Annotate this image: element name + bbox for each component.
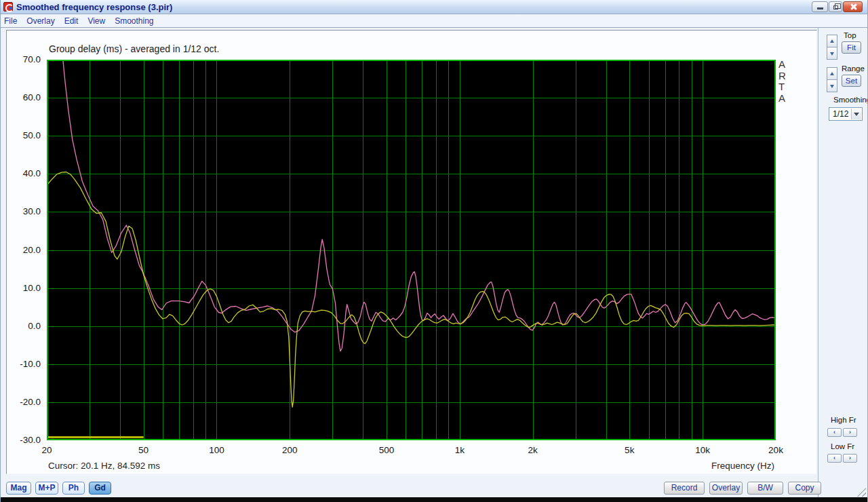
- x-tick-label: 10k: [695, 445, 710, 455]
- minimize-icon: [817, 7, 823, 9]
- menu-file[interactable]: File: [4, 16, 17, 26]
- top-spin-down-button[interactable]: [827, 47, 837, 60]
- set-button[interactable]: Set: [842, 75, 861, 87]
- group-delay-magenta: [63, 60, 776, 351]
- menu-overlay[interactable]: Overlay: [26, 16, 54, 26]
- smoothing-value: 1/12: [833, 109, 848, 119]
- range-label: Range: [842, 64, 865, 73]
- fit-button[interactable]: Fit: [842, 41, 861, 54]
- y-tick-label: 30.0: [23, 206, 41, 216]
- titlebar[interactable]: Smoothed frequency response (3.pir): [1, 0, 867, 14]
- plot-area[interactable]: [47, 60, 776, 440]
- action-toolbar: Record Overlay B/W Copy: [664, 482, 821, 495]
- close-icon: [849, 3, 856, 11]
- arta-watermark: ARTA: [778, 59, 786, 104]
- x-axis-labels: 20501002005001k2k5k10k20k: [47, 445, 776, 457]
- y-tick-label: 40.0: [23, 168, 41, 178]
- arta-window: Smoothed frequency response (3.pir) File…: [0, 0, 868, 502]
- restore-icon: [833, 5, 838, 9]
- range-spin-up-button[interactable]: [827, 67, 837, 80]
- chart-title: Group delay (ms) - averaged in 1/12 oct.: [49, 43, 219, 54]
- x-axis-title: Frequency (Hz): [711, 461, 774, 471]
- x-tick-label: 100: [209, 445, 224, 455]
- x-tick-label: 2k: [528, 445, 538, 455]
- mp-button[interactable]: M+P: [35, 482, 58, 495]
- x-tick-label: 1k: [455, 445, 465, 455]
- y-tick-label: 50.0: [23, 130, 41, 140]
- y-tick-label: 0.0: [28, 321, 41, 331]
- x-tick-label: 50: [138, 445, 149, 455]
- close-button[interactable]: [843, 1, 863, 12]
- low-fr-next-button[interactable]: [843, 454, 857, 463]
- bw-button[interactable]: B/W: [747, 482, 783, 495]
- top-spin-up-button[interactable]: [827, 35, 837, 47]
- overlay-button[interactable]: Overlay: [709, 482, 743, 495]
- watermark-letter: R: [778, 71, 786, 82]
- record-button[interactable]: Record: [664, 482, 705, 495]
- y-tick-label: 60.0: [23, 92, 41, 102]
- view-mode-toolbar: Mag M+P Ph Gd: [6, 482, 111, 495]
- y-tick-label: 10.0: [23, 283, 41, 293]
- y-tick-label: -10.0: [20, 359, 41, 369]
- x-tick-label: 20: [41, 445, 52, 455]
- panel-divider: [818, 28, 818, 497]
- chevron-down-icon[interactable]: [851, 109, 861, 119]
- y-tick-label: -20.0: [20, 397, 41, 407]
- menu-smoothing[interactable]: Smoothing: [115, 16, 153, 26]
- smoothing-label: Smoothing: [833, 96, 868, 104]
- range-spin-down-button[interactable]: [827, 79, 837, 92]
- x-tick-label: 20k: [768, 445, 783, 455]
- window-title: Smoothed frequency response (3.pir): [16, 2, 172, 12]
- y-axis-labels: 70.060.050.040.030.020.010.00.0-10.0-20.…: [1, 60, 43, 440]
- high-fr-next-button[interactable]: [843, 428, 857, 437]
- high-fr-label: High Fr: [831, 416, 856, 424]
- y-tick-label: 20.0: [23, 245, 41, 255]
- gd-button[interactable]: Gd: [89, 482, 111, 495]
- top-spinner: [827, 35, 837, 60]
- y-tick-label: -30.0: [20, 435, 41, 445]
- watermark-letter: A: [778, 59, 786, 71]
- minimize-button[interactable]: [812, 1, 828, 12]
- restore-button[interactable]: [829, 1, 842, 12]
- high-fr-prev-button[interactable]: [827, 428, 842, 437]
- x-tick-label: 5k: [625, 445, 634, 455]
- group-delay-yellow: [47, 172, 776, 408]
- mag-button[interactable]: Mag: [6, 482, 31, 495]
- x-tick-label: 500: [379, 445, 395, 455]
- cursor-readout: Cursor: 20.1 Hz, 84.592 ms: [48, 461, 160, 471]
- menu-view[interactable]: View: [87, 16, 105, 26]
- low-fr-label: Low Fr: [831, 442, 854, 450]
- ph-button[interactable]: Ph: [62, 482, 85, 495]
- menubar: File Overlay Edit View Smoothing: [1, 14, 867, 28]
- top-label: Top: [844, 31, 856, 39]
- app-icon: [3, 2, 13, 12]
- menu-edit[interactable]: Edit: [64, 16, 79, 26]
- smoothing-select[interactable]: 1/12: [829, 107, 863, 121]
- watermark-letter: A: [778, 93, 786, 104]
- range-spinner: [827, 67, 837, 92]
- y-tick-label: 70.0: [23, 54, 41, 64]
- desktop-edge: [1, 497, 867, 502]
- x-tick-label: 200: [282, 445, 298, 455]
- watermark-letter: T: [778, 81, 786, 93]
- resize-grip[interactable]: [857, 488, 866, 497]
- low-fr-prev-button[interactable]: [827, 454, 842, 463]
- copy-button[interactable]: Copy: [788, 482, 821, 495]
